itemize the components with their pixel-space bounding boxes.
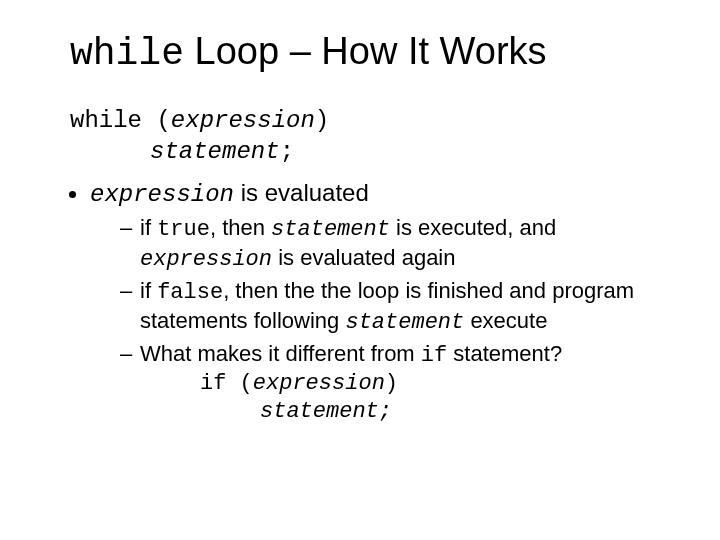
expr-token: expression — [171, 107, 315, 134]
bullet-list: expression is evaluated if true, then st… — [70, 179, 670, 427]
slide-title: while Loop – How It Works — [70, 30, 670, 75]
t: statement? — [447, 341, 562, 366]
syntax-line-2: statement; — [150, 136, 670, 167]
t: if — [140, 278, 157, 303]
stmt-token: statement — [271, 217, 390, 242]
t: is evaluated again — [272, 245, 455, 270]
sub-list: if true, then statement is executed, and… — [120, 214, 670, 427]
close-paren: ) — [385, 371, 398, 396]
bullet-1: expression is evaluated if true, then st… — [90, 179, 670, 427]
t: What makes it different from — [140, 341, 421, 366]
while-syntax: while (expression) statement; — [70, 105, 670, 167]
semicolon: ; — [280, 138, 294, 165]
title-rest: Loop – How It Works — [184, 30, 547, 72]
stmt-token: statement — [150, 138, 280, 165]
kw-while: while ( — [70, 107, 171, 134]
title-code: while — [70, 32, 184, 75]
expr-token: expression — [140, 247, 272, 272]
if-syntax: if (expression) statement; — [200, 370, 670, 427]
sub-item-3: What makes it different from if statemen… — [120, 340, 670, 427]
false-token: false — [157, 280, 223, 305]
syntax-line-1: while (expression) — [70, 105, 670, 136]
kw-if: if ( — [200, 371, 253, 396]
close-paren: ) — [315, 107, 329, 134]
slide: while Loop – How It Works while (express… — [0, 0, 720, 427]
stmt-token: statement — [345, 310, 464, 335]
t: if — [140, 215, 157, 240]
sub-item-1: if true, then statement is executed, and… — [120, 214, 670, 273]
if-line-2: statement; — [260, 398, 670, 427]
t: is executed, and — [390, 215, 556, 240]
if-token: if — [421, 343, 447, 368]
bullet-expr: expression — [90, 181, 234, 208]
true-token: true — [157, 217, 210, 242]
t: , then — [210, 215, 271, 240]
expr-token: expression — [253, 371, 385, 396]
bullet-rest: is evaluated — [234, 179, 369, 206]
sub-item-2: if false, then the the loop is finished … — [120, 277, 670, 336]
if-line-1: if (expression) — [200, 370, 670, 399]
t: execute — [464, 308, 547, 333]
